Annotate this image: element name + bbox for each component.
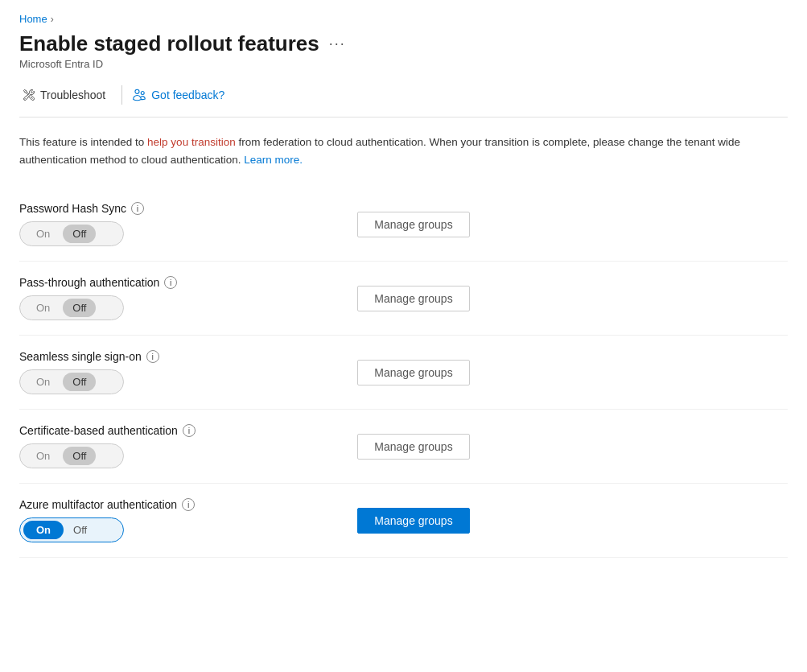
toggle-on-label-2: On <box>23 373 63 391</box>
toggle-off-label-2: Off <box>63 373 96 391</box>
toggle-off-label-0: Off <box>63 225 96 243</box>
manage-groups-button-4[interactable]: Manage groups <box>357 508 470 534</box>
toggle-on-label-4: On <box>23 521 64 539</box>
feature-right-cert-based-auth: Manage groups <box>325 434 788 460</box>
feature-left: Password Hash Sync i On Off <box>19 202 325 246</box>
breadcrumb-home[interactable]: Home <box>19 13 47 25</box>
feature-row-password-hash-sync: Password Hash Sync i On Off Manage group… <box>19 188 788 262</box>
feature-right-pass-through-auth: Manage groups <box>325 286 788 311</box>
toolbar: Troubleshoot Got feedback? <box>19 83 788 117</box>
feature-name-password-hash-sync: Password Hash Sync <box>19 202 126 215</box>
features-list: Password Hash Sync i On Off Manage group… <box>19 188 788 558</box>
toggle-pass-through-auth[interactable]: On Off <box>19 295 124 320</box>
manage-groups-button-3[interactable]: Manage groups <box>357 434 470 460</box>
feedback-icon <box>132 88 146 102</box>
feature-right-azure-mfa: Manage groups <box>325 508 788 534</box>
toggle-seamless-sso[interactable]: On Off <box>19 369 124 394</box>
page-subtitle: Microsoft Entra ID <box>19 58 788 70</box>
feature-row-cert-based-auth: Certificate-based authentication i On Of… <box>19 410 788 484</box>
breadcrumb: Home › <box>19 13 788 25</box>
info-icon-cert-based-auth[interactable]: i <box>183 424 196 437</box>
toggle-off-label-1: Off <box>63 299 96 317</box>
breadcrumb-chevron: › <box>51 14 54 25</box>
toggle-off-label-4: Off <box>64 521 97 539</box>
toggle-password-hash-sync[interactable]: On Off <box>19 221 124 246</box>
feature-name-seamless-sso: Seamless single sign-on <box>19 350 142 363</box>
info-icon-pass-through-auth[interactable]: i <box>164 276 177 289</box>
toggle-azure-mfa[interactable]: On Off <box>19 517 124 542</box>
feature-left: Certificate-based authentication i On Of… <box>19 424 325 468</box>
wrench-icon <box>23 89 35 101</box>
info-icon-seamless-sso[interactable]: i <box>146 350 159 363</box>
more-options-button[interactable]: ··· <box>329 35 346 52</box>
manage-groups-button-2[interactable]: Manage groups <box>357 360 470 385</box>
feature-right-password-hash-sync: Manage groups <box>325 212 788 237</box>
troubleshoot-label: Troubleshoot <box>40 89 105 101</box>
info-banner: This feature is intended to help you tra… <box>19 134 788 168</box>
feature-name-azure-mfa: Azure multifactor authentication <box>19 498 177 511</box>
feedback-button[interactable]: Got feedback? <box>129 83 228 107</box>
troubleshoot-button[interactable]: Troubleshoot <box>19 84 115 106</box>
page-container: Home › Enable staged rollout features ··… <box>0 0 807 571</box>
page-title: Enable staged rollout features <box>19 31 319 56</box>
toggle-on-label-1: On <box>23 299 63 317</box>
manage-groups-button-0[interactable]: Manage groups <box>357 212 470 237</box>
learn-more-link[interactable]: Learn more. <box>244 154 303 166</box>
feature-name-cert-based-auth: Certificate-based authentication <box>19 424 178 437</box>
toggle-on-label-0: On <box>23 225 63 243</box>
feature-row-seamless-sso: Seamless single sign-on i On Off Manage … <box>19 336 788 410</box>
feedback-label: Got feedback? <box>151 89 224 101</box>
feature-left: Pass-through authentication i On Off <box>19 276 325 320</box>
page-header: Enable staged rollout features ··· Micro… <box>19 31 788 70</box>
feature-name-pass-through-auth: Pass-through authentication <box>19 276 159 289</box>
info-text-before: This feature is intended to <box>19 136 147 148</box>
toggle-cert-based-auth[interactable]: On Off <box>19 443 124 468</box>
feature-left: Azure multifactor authentication i On Of… <box>19 498 325 542</box>
info-icon-password-hash-sync[interactable]: i <box>131 202 144 215</box>
info-text-highlight: help you transition <box>147 136 236 148</box>
toggle-on-label-3: On <box>23 447 63 465</box>
feature-left: Seamless single sign-on i On Off <box>19 350 325 394</box>
feature-row-azure-mfa: Azure multifactor authentication i On Of… <box>19 484 788 558</box>
feature-right-seamless-sso: Manage groups <box>325 360 788 385</box>
info-icon-azure-mfa[interactable]: i <box>182 498 195 511</box>
toggle-off-label-3: Off <box>63 447 96 465</box>
toolbar-divider <box>121 85 122 105</box>
manage-groups-button-1[interactable]: Manage groups <box>357 286 470 311</box>
feature-row-pass-through-auth: Pass-through authentication i On Off Man… <box>19 262 788 336</box>
